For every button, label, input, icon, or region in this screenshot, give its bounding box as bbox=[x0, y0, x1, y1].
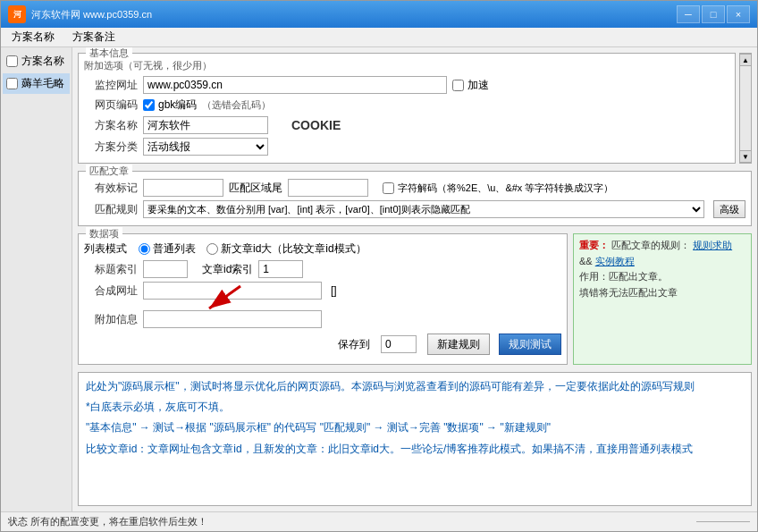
match-section-label: 匹配文章 bbox=[86, 165, 132, 178]
bottom-info-line1: 此处为"源码展示框"，测试时将显示优化后的网页源码。本源码与浏览器查看到的源码可… bbox=[86, 378, 744, 395]
article-id-index-label: 文章id索引 bbox=[202, 262, 253, 277]
addon-info-row: 附加信息 bbox=[84, 310, 561, 328]
basic-info-wrapper: 基本信息 附加选项（可无视，很少用） 监控网址 加速 网页编码 bbox=[78, 53, 752, 164]
match-section: 匹配文章 有效标记 匹配区域尾 字符解码（将%2E、\u、&#x 等字符转换成汉… bbox=[78, 171, 752, 226]
data-section: 数据项 列表模式 普通列表 新文章id大（比较文章id模式） bbox=[78, 233, 568, 365]
sidebar-item-woolly[interactable]: 薅羊毛略 bbox=[3, 73, 70, 94]
menu-item-scheme-notes[interactable]: 方案备注 bbox=[65, 28, 122, 46]
save-to-input[interactable] bbox=[381, 335, 417, 353]
save-row: 保存到 新建规则 规则测试 bbox=[84, 334, 561, 355]
radio-normal-item: 普通列表 bbox=[139, 241, 196, 257]
cookie-label: COOKIE bbox=[291, 118, 341, 132]
encoding-checkbox[interactable] bbox=[143, 99, 155, 111]
status-divider bbox=[696, 521, 750, 522]
list-mode-row: 列表模式 普通列表 新文章id大（比较文章id模式） bbox=[84, 241, 561, 257]
rule-help-text: 匹配文章的规则： bbox=[611, 240, 690, 250]
data-and-info-wrapper: 数据项 列表模式 普通列表 新文章id大（比较文章id模式） bbox=[78, 233, 752, 365]
close-button[interactable]: × bbox=[727, 5, 750, 23]
compose-url-input[interactable] bbox=[143, 282, 322, 300]
sidebar-scheme-checkbox[interactable] bbox=[6, 55, 18, 67]
title-index-row: 标题索引 文章id索引 bbox=[84, 260, 561, 278]
important-label: 重要： bbox=[579, 240, 609, 250]
status-text: 状态 所有的配置变更，将在重启软件后生效！ bbox=[8, 515, 207, 528]
encoding-row: 网页编码 gbk编码 （选错会乱码） bbox=[84, 97, 729, 113]
titlebar: 河 河东软件网 www.pc0359.cn ─ □ × bbox=[1, 1, 757, 28]
radio-normal-label: 普通列表 bbox=[153, 241, 196, 257]
sidebar: 方案名称 薅羊毛略 bbox=[1, 47, 72, 511]
encoding-checkbox-row: gbk编码 bbox=[143, 97, 197, 113]
bottom-info-box: 此处为"源码展示框"，测试时将显示优化后的网页源码。本源码与浏览器查看到的源码可… bbox=[78, 372, 752, 506]
right-panel: 基本信息 附加选项（可无视，很少用） 监控网址 加速 网页编码 bbox=[72, 47, 757, 511]
basic-info-scrollbar[interactable]: ▲ ▼ bbox=[739, 53, 752, 164]
valid-mark-input[interactable] bbox=[143, 179, 223, 197]
char-decode-label: 字符解码（将%2E、\u、&#x 等字符转换成汉字） bbox=[398, 182, 613, 195]
advanced-button[interactable]: 高级 bbox=[713, 200, 745, 218]
encoding-hint: （选错会乱码） bbox=[202, 98, 271, 112]
test-rule-button[interactable]: 规则测试 bbox=[499, 334, 561, 355]
maximize-button[interactable]: □ bbox=[702, 5, 725, 23]
scroll-up-btn[interactable]: ▲ bbox=[739, 54, 752, 66]
category-select[interactable]: 活动线报 bbox=[143, 138, 268, 156]
scroll-down-btn[interactable]: ▼ bbox=[739, 150, 752, 163]
data-section-label: 数据项 bbox=[86, 227, 122, 241]
menu-item-scheme-name[interactable]: 方案名称 bbox=[4, 28, 62, 46]
rule-help-link[interactable]: 规则求助 bbox=[693, 240, 732, 250]
bottom-info-line3: "基本信息" → 测试→根据 "源码展示框" 的代码写 "匹配规则" → 测试→… bbox=[86, 419, 744, 436]
info-panel: 重要： 匹配文章的规则： 规则求助 && 实例教程 作用：匹配出文章。 填错将无… bbox=[573, 233, 752, 365]
category-row: 方案分类 活动线报 bbox=[84, 138, 729, 156]
app-logo: 河 bbox=[8, 5, 26, 23]
status-bar: 状态 所有的配置变更，将在重启软件后生效！ bbox=[1, 511, 757, 531]
valid-mark-row: 有效标记 匹配区域尾 字符解码（将%2E、\u、&#x 等字符转换成汉字） bbox=[84, 179, 745, 197]
window-title: 河东软件网 www.pc0359.cn bbox=[31, 8, 152, 21]
radio-new-article[interactable] bbox=[206, 243, 218, 255]
match-rule-select[interactable]: 要采集的文本、数值分别用 [var]、[int] 表示，[var0]、[int0… bbox=[143, 200, 704, 218]
basic-info-label: 基本信息 bbox=[86, 47, 132, 60]
url-label: 监控网址 bbox=[84, 78, 138, 93]
new-rule-button[interactable]: 新建规则 bbox=[427, 334, 490, 355]
menu-bar: 方案名称 方案备注 bbox=[1, 28, 757, 47]
main-content: 方案名称 薅羊毛略 基本信息 附加选项（可无视，很少用） 监控网址 bbox=[1, 47, 757, 511]
url-row: 监控网址 加速 bbox=[84, 76, 729, 94]
radio-group: 普通列表 新文章id大（比较文章id模式） bbox=[139, 241, 366, 257]
compose-url-label: 合成网址 bbox=[84, 283, 138, 299]
match-rule-label: 匹配规则 bbox=[84, 202, 138, 217]
radio-new-article-item: 新文章id大（比较文章id模式） bbox=[206, 241, 366, 257]
radio-new-article-label: 新文章id大（比较文章id模式） bbox=[221, 241, 366, 257]
title-index-label: 标题索引 bbox=[84, 262, 138, 277]
article-id-index-input[interactable] bbox=[258, 260, 303, 278]
and-text: && bbox=[579, 256, 593, 266]
minimize-button[interactable]: ─ bbox=[677, 5, 700, 23]
sidebar-woolly-checkbox[interactable] bbox=[6, 78, 18, 89]
titlebar-left: 河 河东软件网 www.pc0359.cn bbox=[8, 5, 152, 23]
main-window: 河 河东软件网 www.pc0359.cn ─ □ × 方案名称 方案备注 方案… bbox=[0, 0, 758, 532]
addon-info-label: 附加信息 bbox=[84, 312, 138, 327]
example-link[interactable]: 实例教程 bbox=[595, 256, 635, 266]
scheme-name-label: 方案名称 bbox=[84, 118, 138, 133]
compose-url-row: 合成网址 [] bbox=[84, 282, 561, 300]
sidebar-item-scheme[interactable]: 方案名称 bbox=[3, 51, 70, 72]
category-label: 方案分类 bbox=[84, 139, 138, 155]
scheme-name-row: 方案名称 COOKIE bbox=[84, 116, 729, 134]
encoding-text: gbk编码 bbox=[158, 97, 197, 113]
url-input[interactable] bbox=[143, 76, 447, 94]
addon-options-hint: 附加选项（可无视，很少用） bbox=[84, 59, 729, 72]
match-region-end-label: 匹配区域尾 bbox=[229, 181, 282, 196]
accelerate-checkbox-row: 加速 bbox=[452, 78, 489, 93]
title-index-input[interactable] bbox=[143, 260, 188, 278]
match-region-end-input[interactable] bbox=[288, 179, 368, 197]
info-hint-text: 填错将无法匹配出文章 bbox=[579, 285, 745, 301]
accelerate-checkbox[interactable] bbox=[452, 80, 464, 91]
sidebar-scheme-label: 方案名称 bbox=[21, 54, 64, 69]
char-decode-row: 字符解码（将%2E、\u、&#x 等字符转换成汉字） bbox=[383, 182, 613, 195]
scheme-name-input[interactable] bbox=[143, 116, 268, 134]
char-decode-checkbox[interactable] bbox=[383, 182, 394, 194]
bottom-info-line4: 比较文章id：文章网址包含文章id，且新发的文章：此旧文章id大。一些论坛/博客… bbox=[86, 441, 744, 458]
compose-url-suffix: [] bbox=[331, 284, 337, 297]
info-important-row: 重要： 匹配文章的规则： 规则求助 && 实例教程 bbox=[579, 238, 745, 269]
match-rule-row: 匹配规则 要采集的文本、数值分别用 [var]、[int] 表示，[var0]、… bbox=[84, 200, 745, 218]
info-function-text: 作用：匹配出文章。 bbox=[579, 269, 745, 285]
encoding-label: 网页编码 bbox=[84, 97, 138, 113]
save-to-label: 保存到 bbox=[338, 337, 370, 352]
radio-normal[interactable] bbox=[139, 243, 150, 255]
addon-info-input[interactable] bbox=[143, 310, 322, 328]
